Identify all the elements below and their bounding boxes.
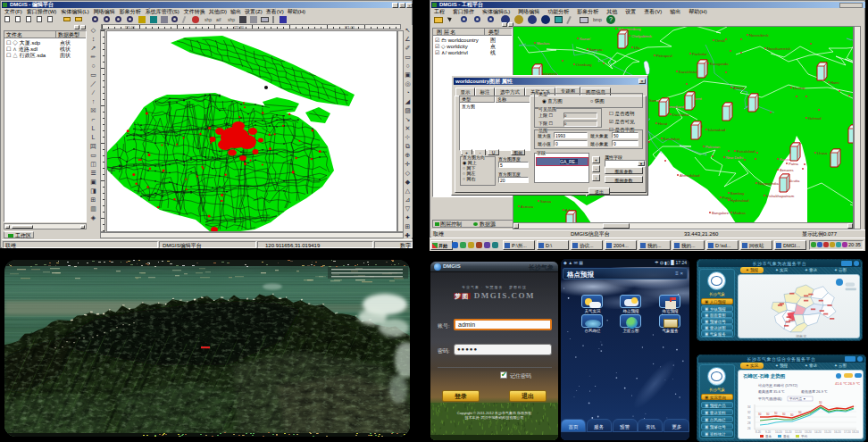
svg-text:Ahmedabad: Ahmedabad <box>680 173 700 178</box>
svg-text:17-20: 17-20 <box>844 430 851 434</box>
svg-text:Islamabad: Islamabad <box>708 128 726 132</box>
svg-text:Orenburg: Orenburg <box>576 63 592 67</box>
svg-text:Almaty: Almaty <box>733 86 746 90</box>
svg-text:Hami: Hami <box>830 80 839 85</box>
svg-text:13-20: 13-20 <box>805 430 812 434</box>
svg-text:Karaganda: Karaganda <box>710 62 729 66</box>
svg-text:平均气温(曲线): 平均气温(曲线) <box>758 396 782 401</box>
svg-text:9-20: 9-20 <box>765 430 771 434</box>
svg-text:石峰区-石峰 走势图: 石峰区-石峰 走势图 <box>742 373 786 379</box>
svg-text:NagpurIndia: NagpurIndia <box>758 181 779 186</box>
svg-text:Novosibirsk: Novosibirsk <box>749 33 770 38</box>
svg-text:10-20: 10-20 <box>775 430 782 434</box>
svg-text:34: 34 <box>747 405 751 409</box>
svg-text:最高: 最高 <box>765 435 772 438</box>
svg-text:湖南省: 湖南省 <box>796 334 806 338</box>
svg-text:Bangalore: Bangalore <box>712 211 730 215</box>
svg-text:Kazakhstan: Kazakhstan <box>679 70 699 74</box>
svg-text:Faisalabad: Faisalabad <box>737 149 755 154</box>
svg-text:30: 30 <box>758 413 762 416</box>
svg-text:Ufa: Ufa <box>634 46 640 50</box>
svg-text:平均: 平均 <box>801 435 808 438</box>
svg-text:Sanaa: Sanaa <box>540 199 552 204</box>
svg-text:Madras: Madras <box>733 211 746 215</box>
svg-text:Samara: Samara <box>589 47 603 52</box>
svg-text:Urumqi: Urumqi <box>793 86 805 90</box>
svg-text:Moskva: Moskva <box>537 41 550 46</box>
svg-text:Asmara: Asmara <box>521 204 534 209</box>
svg-text:14-20: 14-20 <box>814 430 822 434</box>
svg-text:New Delhi: New Delhi <box>726 155 743 160</box>
svg-text:8-20: 8-20 <box>755 430 761 434</box>
svg-text:Vishakhapatnam: Vishakhapatnam <box>766 194 795 198</box>
svg-text:Pakistan: Pakistan <box>705 145 721 149</box>
svg-text:30: 30 <box>766 413 770 416</box>
svg-text:18-20: 18-20 <box>852 430 859 434</box>
svg-text:30: 30 <box>819 401 822 404</box>
svg-text:站点信息 石峰站 (57972): 站点信息 石峰站 (57972) <box>758 383 798 388</box>
svg-text:11-20: 11-20 <box>785 430 792 434</box>
svg-text:Omsk: Omsk <box>715 38 726 43</box>
svg-text:30: 30 <box>747 416 751 420</box>
svg-text:Kandahar: Kandahar <box>664 137 680 141</box>
svg-text:平均气温 ▼: 平均气温 ▼ <box>789 397 805 401</box>
svg-text:Lhasa: Lhasa <box>817 151 828 155</box>
svg-text:30: 30 <box>790 413 794 417</box>
svg-text:32: 32 <box>747 411 751 414</box>
svg-text:Novokuznetsk: Novokuznetsk <box>767 46 791 51</box>
svg-text:Petropavl: Petropavl <box>656 54 672 58</box>
svg-text:Bombay: Bombay <box>730 191 745 196</box>
svg-text:Golmud: Golmud <box>808 116 822 121</box>
svg-text:Benares: Benares <box>780 168 794 172</box>
svg-text:41.6 ℃ 26.9 ℃: 41.6 ℃ 26.9 ℃ <box>835 381 860 386</box>
svg-text:30: 30 <box>774 412 778 415</box>
svg-text:Herat: Herat <box>658 121 668 126</box>
svg-text:26: 26 <box>747 427 751 430</box>
svg-text:30: 30 <box>782 413 786 416</box>
svg-text:28: 28 <box>747 421 751 425</box>
svg-text:Kazan’: Kazan’ <box>580 37 591 41</box>
svg-text:Dushanbe: Dushanbe <box>672 113 690 117</box>
svg-text:12-20: 12-20 <box>795 430 802 434</box>
svg-text:Pavlodar: Pavlodar <box>692 52 707 56</box>
svg-text:15-20: 15-20 <box>824 430 831 434</box>
svg-text:最低温度 26.9 ℃: 最低温度 26.9 ℃ <box>801 389 828 394</box>
svg-text:最高温度 35.6 ℃: 最高温度 35.6 ℃ <box>758 389 785 394</box>
svg-text:Chelyabinsk: Chelyabinsk <box>631 34 653 38</box>
svg-text:30: 30 <box>798 411 802 414</box>
svg-text:Hyderabad: Hyderabad <box>730 198 749 203</box>
svg-text:Patna: Patna <box>789 162 799 166</box>
svg-text:16-20: 16-20 <box>834 430 841 434</box>
svg-text:最低: 最低 <box>783 435 790 438</box>
